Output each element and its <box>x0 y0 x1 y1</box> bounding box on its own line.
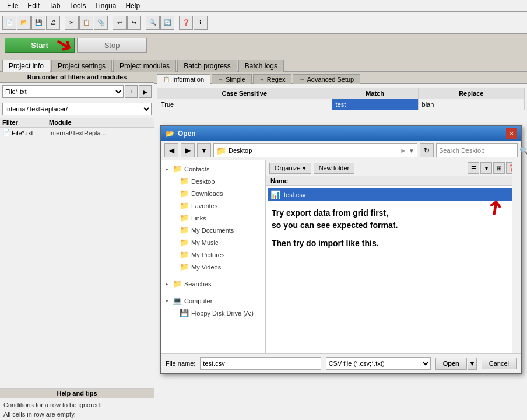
sidebar-item-contacts[interactable]: ▸ 📁 Contacts <box>161 163 265 175</box>
sidebar-item-my-pictures[interactable]: 📁 My Pictures <box>161 249 265 261</box>
search-bar: 🔍 <box>436 144 518 158</box>
location-folder-icon: 📁 <box>216 146 226 155</box>
open-button[interactable]: Open <box>435 358 467 370</box>
file-list: 📊 test.csv <box>266 186 521 204</box>
sidebar-item-my-videos[interactable]: 📁 My Videos <box>161 261 265 273</box>
dropdown-btn[interactable]: ▼ <box>197 144 211 158</box>
vertical-scrollbar[interactable] <box>512 160 521 353</box>
sidebar-item-floppy[interactable]: 💾 Floppy Disk Drive (A:) <box>161 307 265 319</box>
folder-icon-favorites: 📁 <box>180 201 189 210</box>
dialog-footer: File name: CSV file (*.csv;*.txt) Open ▾… <box>161 353 521 373</box>
expand-icon-contacts: ▸ <box>166 166 170 172</box>
folder-icon-mymusic: 📁 <box>180 238 189 247</box>
sidebar-label-floppy: Floppy Disk Drive (A:) <box>191 310 254 317</box>
sidebar-label-mypics: My Pictures <box>191 251 224 258</box>
sidebar-item-computer[interactable]: ▾ 💻 Computer <box>161 295 265 307</box>
view-dropdown-btn[interactable]: ▾ <box>480 162 492 174</box>
organize-dropdown-icon: ▾ <box>303 164 306 172</box>
toolbar-left: Organize ▾ New folder <box>269 163 354 174</box>
sidebar-label-desktop: Desktop <box>191 178 215 185</box>
organize-button[interactable]: Organize ▾ <box>269 163 311 174</box>
expand-icon-searches: ▸ <box>166 281 170 287</box>
filetype-select[interactable]: CSV file (*.csv;*.txt) <box>326 357 431 370</box>
sidebar-label-favorites: Favorites <box>191 202 217 209</box>
location-sep: ► <box>400 147 406 154</box>
floppy-icon: 💾 <box>180 309 189 317</box>
new-folder-button[interactable]: New folder <box>314 163 355 174</box>
dialog-main-toolbar: Organize ▾ New folder ☰ ▾ ⊞ ❓ <box>266 160 521 176</box>
computer-icon: 💻 <box>173 296 182 305</box>
sidebar-label-searches: Searches <box>184 281 211 288</box>
sidebar-item-my-music[interactable]: 📁 My Music <box>161 236 265 249</box>
dialog-overlay: 📂 Open ✕ ◀ ▶ ▼ 📁 Desktop ► ▼ ↻ 🔍 <box>0 0 527 420</box>
back-btn[interactable]: ◀ <box>164 144 178 158</box>
dialog-title-icon: 📂 <box>166 130 174 138</box>
filename-input[interactable] <box>200 357 321 370</box>
sidebar-label-mydocs: My Documents <box>191 227 234 234</box>
sidebar-item-favorites[interactable]: 📁 Favorites <box>161 200 265 212</box>
open-dialog: 📂 Open ✕ ◀ ▶ ▼ 📁 Desktop ► ▼ ↻ 🔍 <box>160 125 522 374</box>
sidebar-label-mymusic: My Music <box>191 239 218 246</box>
sidebar-label-downloads: Downloads <box>191 190 223 197</box>
folder-icon-contacts: 📁 <box>173 164 182 173</box>
open-button-group: Open ▾ <box>435 358 477 370</box>
folder-icon-desktop: 📁 <box>180 177 189 186</box>
folder-icon-mypics: 📁 <box>180 250 189 259</box>
file-item-testcsv[interactable]: 📊 test.csv <box>268 188 519 201</box>
view-list-btn[interactable]: ☰ <box>468 162 479 174</box>
search-icon: 🔍 <box>519 146 527 155</box>
folder-icon-links: 📁 <box>180 214 189 222</box>
sidebar-label-links: Links <box>191 215 206 222</box>
sidebar-item-desktop[interactable]: 📁 Desktop <box>161 175 265 187</box>
sidebar-item-searches[interactable]: ▸ 📁 Searches <box>161 278 265 290</box>
view-icon-btn[interactable]: ⊞ <box>493 162 505 174</box>
filename-label: File name: <box>166 360 195 367</box>
annotation-overlay: Try export data from grid first, so you … <box>272 207 398 250</box>
annotation-text: Try export data from grid first, so you … <box>272 207 398 250</box>
open-dropdown-btn[interactable]: ▾ <box>468 358 477 370</box>
location-dropdown-arrow[interactable]: ▼ <box>409 148 414 154</box>
sidebar-label-contacts: Contacts <box>184 166 209 173</box>
cancel-button[interactable]: Cancel <box>482 358 517 369</box>
dialog-close-button[interactable]: ✕ <box>506 128 517 139</box>
folder-icon-searches: 📁 <box>173 279 182 288</box>
expand-icon-computer: ▾ <box>166 298 170 304</box>
dialog-body: ▸ 📁 Contacts 📁 Desktop 📁 Downloads 📁 <box>161 160 521 353</box>
dialog-title-content: 📂 Open <box>166 130 196 138</box>
search-input[interactable] <box>439 147 519 154</box>
file-col-header: Name <box>266 176 521 186</box>
folder-icon-myvideos: 📁 <box>180 262 189 271</box>
folder-icon-mydocs: 📁 <box>180 226 189 235</box>
sidebar-label-myvideos: My Videos <box>191 264 221 271</box>
view-buttons: ☰ ▾ ⊞ ❓ <box>468 162 518 174</box>
dialog-sidebar: ▸ 📁 Contacts 📁 Desktop 📁 Downloads 📁 <box>161 160 266 353</box>
dialog-title-text: Open <box>178 130 196 138</box>
sidebar-item-my-documents[interactable]: 📁 My Documents <box>161 224 265 236</box>
location-text: Desktop <box>229 147 398 154</box>
dialog-main: Organize ▾ New folder ☰ ▾ ⊞ ❓ Name <box>266 160 521 353</box>
csv-file-icon: 📊 <box>270 190 280 200</box>
sidebar-item-links[interactable]: 📁 Links <box>161 212 265 224</box>
sidebar-label-computer: Computer <box>184 298 212 304</box>
dialog-title-bar: 📂 Open ✕ <box>161 126 521 141</box>
folder-icon-downloads: 📁 <box>180 189 189 198</box>
sidebar-item-downloads[interactable]: 📁 Downloads <box>161 187 265 200</box>
refresh-btn[interactable]: ↻ <box>420 144 434 158</box>
dialog-toolbar: ◀ ▶ ▼ 📁 Desktop ► ▼ ↻ 🔍 <box>161 141 521 160</box>
location-bar: 📁 Desktop ► ▼ <box>213 144 417 158</box>
file-name-testcsv: test.csv <box>284 191 305 198</box>
forward-btn[interactable]: ▶ <box>181 144 195 158</box>
